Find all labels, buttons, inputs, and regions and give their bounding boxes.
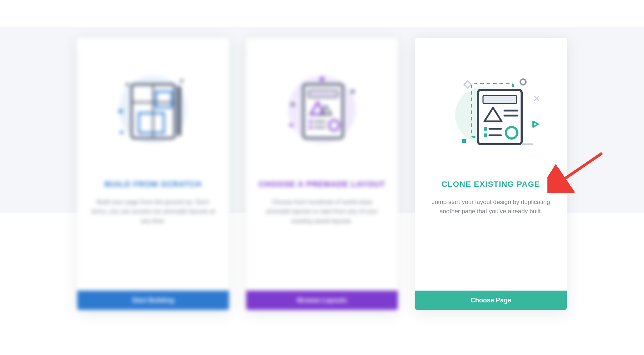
premade-layout-illustration [246, 52, 398, 167]
svg-rect-10 [119, 130, 123, 134]
clone-page-illustration [415, 52, 567, 167]
cards-row: BUILD FROM SCRATCH Build your page from … [77, 38, 567, 310]
start-building-button[interactable]: Start Building [77, 291, 229, 310]
svg-rect-16 [309, 120, 312, 123]
svg-rect-13 [308, 90, 338, 97]
card-title: CLONE EXISTING PAGE [441, 180, 540, 189]
build-scratch-illustration [77, 52, 229, 167]
svg-point-38 [520, 79, 526, 85]
svg-rect-18 [309, 126, 312, 129]
choose-page-button[interactable]: Choose Page [415, 291, 567, 310]
card-premade-layout[interactable]: CHOOSE A PREMADE LAYOUT Choose from hund… [246, 38, 398, 310]
svg-marker-41 [533, 121, 538, 127]
browse-layouts-button[interactable]: Browse Layouts [246, 291, 398, 310]
card-title: BUILD FROM SCRATCH [104, 180, 202, 189]
card-clone-existing-page[interactable]: CLONE EXISTING PAGE Jump start your layo… [415, 38, 567, 310]
svg-rect-37 [464, 81, 471, 88]
card-description: Jump start your layout design by duplica… [415, 198, 567, 217]
card-build-from-scratch[interactable]: BUILD FROM SCRATCH Build your page from … [77, 38, 229, 310]
card-description: Choose from hundreds of world-class prem… [246, 198, 398, 226]
svg-rect-32 [484, 127, 487, 131]
svg-point-9 [180, 79, 183, 82]
card-title: CHOOSE A PREMADE LAYOUT [259, 180, 385, 189]
svg-rect-34 [484, 133, 487, 137]
svg-rect-6 [177, 86, 181, 136]
svg-point-22 [291, 103, 294, 106]
card-description: Build your page from the ground up. Don'… [77, 198, 229, 226]
svg-point-8 [126, 83, 129, 86]
svg-rect-42 [462, 139, 466, 143]
svg-rect-28 [483, 96, 517, 103]
svg-point-23 [351, 90, 355, 93]
